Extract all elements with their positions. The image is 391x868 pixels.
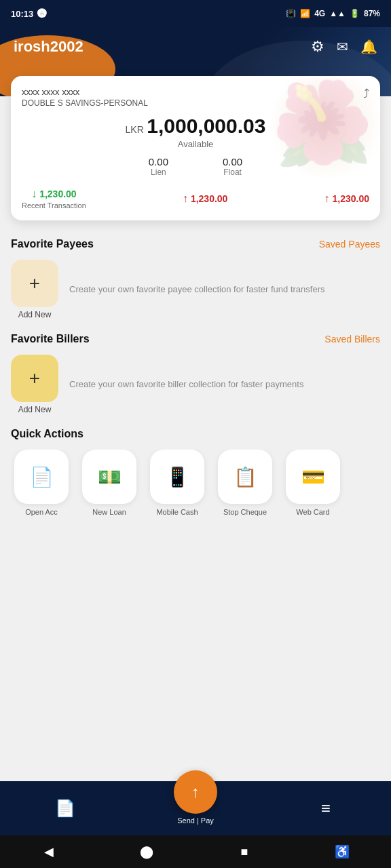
status-left: 10:13 🅐 <box>11 8 47 19</box>
favorite-payees-header: Favorite Payees Saved Payees <box>11 238 380 250</box>
quick-action-stop-cheque[interactable]: 📋 Stop Cheque <box>215 450 276 516</box>
txn-3: ↑ 1,230.00 <box>324 193 370 205</box>
add-payee-wrapper: + Add New <box>11 260 58 319</box>
header-icons: ⚙ ✉ 🔔 <box>311 38 377 56</box>
recent-txn-amount: ↓ 1,230.00 <box>31 188 77 200</box>
vibrate-icon: 📳 <box>286 9 296 18</box>
nav-documents[interactable]: 📄 <box>0 799 130 818</box>
account-card: 🌺 xxxx xxxx xxxx DOUBLE S SAVINGS-PERSON… <box>11 76 380 220</box>
add-biller-wrapper: + Add New <box>11 355 58 414</box>
favorite-payees-title: Favorite Payees <box>11 238 94 250</box>
balance-amount: 1,000,000.03 <box>147 115 265 137</box>
signal-icon: ▲▲ <box>329 9 346 18</box>
bottom-nav: 📄 ↑ Send | Pay ≡ <box>0 781 391 835</box>
saved-payees-link[interactable]: Saved Payees <box>319 239 380 250</box>
stop-cheque-icon[interactable]: 📋 <box>218 450 272 504</box>
network-type: 4G <box>314 9 325 18</box>
new-loan-icon[interactable]: 💵 <box>82 450 136 504</box>
back-arrow-icon: ◀ <box>44 844 54 859</box>
android-accessibility-button[interactable]: ♿ <box>329 838 356 865</box>
home-circle-icon: ⬤ <box>140 844 153 859</box>
lien-item: 0.00 Lien <box>149 156 168 177</box>
txn2-amount: ↑ 1,230.00 <box>183 193 228 205</box>
up-arrow-icon-2: ↑ <box>324 193 330 205</box>
account-number: xxxx xxxx xxxx <box>22 87 148 97</box>
favorite-billers-title: Favorite Billers <box>11 333 90 345</box>
status-time: 10:13 <box>11 9 33 19</box>
lien-label: Lien <box>149 167 168 177</box>
status-app-icon: 🅐 <box>37 8 47 19</box>
nav-send-pay[interactable]: ↑ Send | Pay <box>130 792 261 825</box>
float-item: 0.00 Float <box>223 156 242 177</box>
android-recent-button[interactable]: ■ <box>231 838 258 865</box>
header-row: irosh2002 ⚙ ✉ 🔔 <box>14 38 377 56</box>
status-right: 📳 📶 4G ▲▲ 🔋 87% <box>286 9 380 18</box>
biller-description: Create your own favorite biller collecti… <box>69 378 303 391</box>
mobile-cash-icon[interactable]: 📱 <box>150 450 204 504</box>
web-card-label: Web Card <box>296 508 329 516</box>
add-biller-button[interactable]: + <box>11 355 58 402</box>
account-info: xxxx xxxx xxxx DOUBLE S SAVINGS-PERSONAL <box>22 87 148 108</box>
quick-actions-header: Quick Actions <box>11 428 380 440</box>
status-bar: 10:13 🅐 📳 📶 4G ▲▲ 🔋 87% <box>0 0 391 27</box>
txn3-amount: ↑ 1,230.00 <box>324 193 370 205</box>
battery-icon: 🔋 <box>350 9 360 18</box>
battery-percent: 87% <box>364 9 380 18</box>
quick-action-new-loan[interactable]: 💵 New Loan <box>79 450 140 516</box>
quick-action-web-card[interactable]: 💳 Web Card <box>282 450 343 516</box>
add-biller-label: Add New <box>18 405 52 414</box>
username: irosh2002 <box>14 38 83 56</box>
quick-action-open-acc[interactable]: 📄 Open Acc <box>11 450 72 516</box>
content-area: Favorite Payees Saved Payees + Add New C… <box>0 220 391 649</box>
accessibility-icon: ♿ <box>335 844 350 859</box>
saved-billers-link[interactable]: Saved Billers <box>324 334 380 344</box>
txn-2: ↑ 1,230.00 <box>183 193 228 205</box>
quick-actions-grid: 📄 Open Acc 💵 New Loan 📱 Mobile Cash 📋 St… <box>11 450 380 516</box>
quick-actions-title: Quick Actions <box>11 428 83 440</box>
android-back-button[interactable]: ◀ <box>35 838 62 865</box>
wifi-icon: 📶 <box>300 9 310 18</box>
menu-icon: ≡ <box>321 799 331 818</box>
currency-label: LKR <box>126 124 144 135</box>
recent-txn-label: Recent Transaction <box>22 201 86 210</box>
stop-cheque-label: Stop Cheque <box>223 508 267 516</box>
up-arrow-icon-1: ↑ <box>183 193 188 205</box>
lien-value: 0.00 <box>149 156 168 167</box>
recent-apps-icon: ■ <box>241 845 248 859</box>
recent-transaction: ↓ 1,230.00 Recent Transaction <box>22 188 86 210</box>
add-payee-button[interactable]: + <box>11 260 58 307</box>
mail-icon[interactable]: ✉ <box>337 39 348 55</box>
quick-action-mobile-cash[interactable]: 📱 Mobile Cash <box>147 450 208 516</box>
mobile-cash-label: Mobile Cash <box>156 508 198 516</box>
open-acc-icon[interactable]: 📄 <box>14 450 69 504</box>
android-nav-bar: ◀ ⬤ ■ ♿ <box>0 835 391 868</box>
android-home-button[interactable]: ⬤ <box>133 838 160 865</box>
documents-icon: 📄 <box>55 799 75 818</box>
notification-bell-icon[interactable]: 🔔 <box>360 39 377 55</box>
web-card-icon[interactable]: 💳 <box>286 450 340 504</box>
add-biller-row: + Add New Create your own favorite bille… <box>11 355 380 414</box>
account-name: DOUBLE S SAVINGS-PERSONAL <box>22 98 148 108</box>
add-payee-row: + Add New Create your own favorite payee… <box>11 260 380 319</box>
settings-icon[interactable]: ⚙ <box>311 38 324 56</box>
send-pay-label: Send | Pay <box>177 816 214 825</box>
down-arrow-icon: ↓ <box>31 188 37 200</box>
send-pay-fab[interactable]: ↑ <box>174 770 217 814</box>
add-payee-label: Add New <box>18 310 52 319</box>
favorite-billers-header: Favorite Billers Saved Billers <box>11 333 380 345</box>
payee-description: Create your own favorite payee collectio… <box>69 283 324 296</box>
new-loan-label: New Loan <box>92 508 126 516</box>
transactions-row: ↓ 1,230.00 Recent Transaction ↑ 1,230.00… <box>22 184 369 210</box>
float-value: 0.00 <box>223 156 242 167</box>
send-pay-arrow-icon: ↑ <box>191 783 200 802</box>
open-acc-label: Open Acc <box>25 508 58 516</box>
nav-menu[interactable]: ≡ <box>261 799 391 818</box>
float-label: Float <box>223 167 242 177</box>
